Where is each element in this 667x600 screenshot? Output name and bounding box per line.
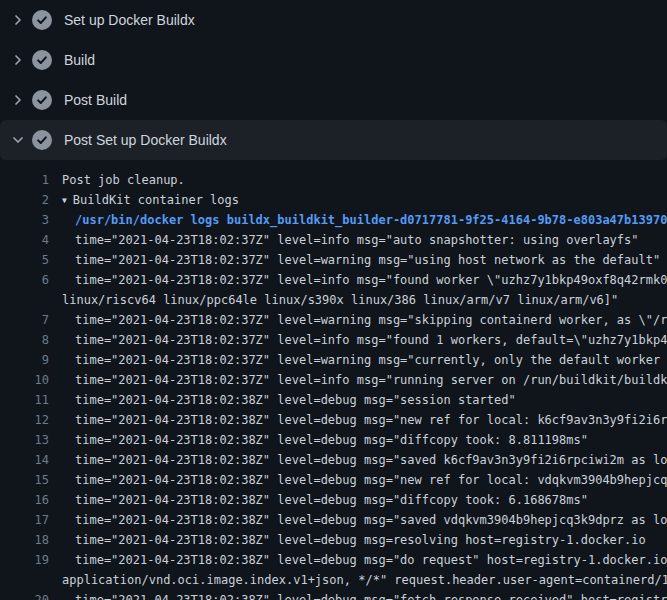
step-label: Post Set up Docker Buildx [64, 132, 227, 148]
log-line: 15 time="2021-04-23T18:02:38Z" level=deb… [0, 470, 667, 490]
log-text: time="2021-04-23T18:02:38Z" level=debug … [49, 470, 667, 490]
log-text: time="2021-04-23T18:02:38Z" level=debug … [49, 590, 667, 600]
log-line: 2 ▼BuildKit container logs [0, 190, 667, 210]
log-text: application/vnd.oci.image.index.v1+json,… [49, 570, 667, 590]
log-text: Post job cleanup. [49, 170, 185, 190]
check-circle-icon [32, 130, 52, 150]
chevron-right-icon[interactable] [10, 12, 26, 28]
line-number[interactable]: 20 [0, 590, 49, 600]
check-circle-icon [32, 10, 52, 30]
log-line: 12 time="2021-04-23T18:02:38Z" level=deb… [0, 410, 667, 430]
line-number[interactable]: 19 [0, 550, 49, 570]
line-number[interactable]: 14 [0, 450, 49, 470]
line-number[interactable]: 3 [0, 210, 49, 230]
step-label: Build [64, 52, 95, 68]
log-text: time="2021-04-23T18:02:38Z" level=debug … [49, 490, 588, 510]
line-number[interactable]: 15 [0, 470, 49, 490]
log-text: time="2021-04-23T18:02:37Z" level=warnin… [49, 250, 660, 270]
log-viewer: 1 Post job cleanup. 2 ▼BuildKit containe… [0, 160, 667, 600]
log-text: time="2021-04-23T18:02:37Z" level=warnin… [49, 310, 667, 330]
line-number[interactable]: 5 [0, 250, 49, 270]
log-line: 20 time="2021-04-23T18:02:38Z" level=deb… [0, 590, 667, 600]
line-number[interactable]: 10 [0, 370, 49, 390]
line-number[interactable]: 4 [0, 230, 49, 250]
chevron-down-icon[interactable] [10, 132, 26, 148]
log-line: 8 time="2021-04-23T18:02:37Z" level=info… [0, 330, 667, 350]
line-number[interactable]: 12 [0, 410, 49, 430]
log-text: time="2021-04-23T18:02:37Z" level=info m… [49, 370, 667, 390]
line-number[interactable] [0, 570, 49, 590]
line-number[interactable]: 9 [0, 350, 49, 370]
log-line: 11 time="2021-04-23T18:02:38Z" level=deb… [0, 390, 667, 410]
line-number[interactable]: 11 [0, 390, 49, 410]
line-number[interactable]: 2 [0, 190, 49, 210]
log-line: 14 time="2021-04-23T18:02:38Z" level=deb… [0, 450, 667, 470]
log-text: time="2021-04-23T18:02:37Z" level=warnin… [49, 350, 667, 370]
log-text: linux/riscv64 linux/ppc64le linux/s390x … [49, 290, 618, 310]
log-text: time="2021-04-23T18:02:38Z" level=debug … [49, 450, 667, 470]
log-text: time="2021-04-23T18:02:37Z" level=info m… [49, 330, 667, 350]
step-label: Post Build [64, 92, 127, 108]
step-row[interactable]: Post Build [0, 80, 667, 120]
check-circle-icon [32, 90, 52, 110]
group-title[interactable]: BuildKit container logs [73, 193, 239, 207]
line-number[interactable]: 16 [0, 490, 49, 510]
log-text: time="2021-04-23T18:02:38Z" level=debug … [49, 550, 667, 570]
log-line: 9 time="2021-04-23T18:02:37Z" level=warn… [0, 350, 667, 370]
line-number[interactable] [0, 290, 49, 310]
step-row[interactable]: Build [0, 40, 667, 80]
log-line: 6 time="2021-04-23T18:02:37Z" level=info… [0, 270, 667, 290]
log-line: 13 time="2021-04-23T18:02:38Z" level=deb… [0, 430, 667, 450]
step-row[interactable]: Post Set up Docker Buildx [0, 120, 667, 160]
log-line: 18 time="2021-04-23T18:02:38Z" level=deb… [0, 530, 667, 550]
group-expander-icon[interactable]: ▼ [62, 191, 67, 210]
chevron-right-icon[interactable] [10, 52, 26, 68]
log-text: /usr/bin/docker logs buildx_buildkit_bui… [49, 210, 667, 230]
log-text: ▼BuildKit container logs [49, 190, 239, 210]
steps-list: Set up Docker Buildx Build Post Build Po… [0, 0, 667, 160]
line-number[interactable]: 8 [0, 330, 49, 350]
line-number[interactable]: 17 [0, 510, 49, 530]
log-line: 16 time="2021-04-23T18:02:38Z" level=deb… [0, 490, 667, 510]
step-label: Set up Docker Buildx [64, 12, 195, 28]
chevron-right-icon[interactable] [10, 92, 26, 108]
line-number[interactable]: 1 [0, 170, 49, 190]
line-number[interactable]: 18 [0, 530, 49, 550]
log-line: 10 time="2021-04-23T18:02:37Z" level=inf… [0, 370, 667, 390]
line-number[interactable]: 6 [0, 270, 49, 290]
log-line: linux/riscv64 linux/ppc64le linux/s390x … [0, 290, 667, 310]
line-number[interactable]: 7 [0, 310, 49, 330]
log-text: time="2021-04-23T18:02:38Z" level=debug … [49, 510, 667, 530]
step-row[interactable]: Set up Docker Buildx [0, 0, 667, 40]
log-line: application/vnd.oci.image.index.v1+json,… [0, 570, 667, 590]
log-line: 17 time="2021-04-23T18:02:38Z" level=deb… [0, 510, 667, 530]
log-line: 5 time="2021-04-23T18:02:37Z" level=warn… [0, 250, 667, 270]
log-line: 1 Post job cleanup. [0, 170, 667, 190]
log-text: time="2021-04-23T18:02:38Z" level=debug … [49, 530, 646, 550]
log-text: time="2021-04-23T18:02:37Z" level=info m… [49, 230, 639, 250]
log-line: 4 time="2021-04-23T18:02:37Z" level=info… [0, 230, 667, 250]
log-line: 7 time="2021-04-23T18:02:37Z" level=warn… [0, 310, 667, 330]
log-text: time="2021-04-23T18:02:37Z" level=info m… [49, 270, 667, 290]
line-number[interactable]: 13 [0, 430, 49, 450]
log-text: time="2021-04-23T18:02:38Z" level=debug … [49, 410, 667, 430]
log-text: time="2021-04-23T18:02:38Z" level=debug … [49, 390, 516, 410]
log-text: time="2021-04-23T18:02:38Z" level=debug … [49, 430, 588, 450]
log-line: 3 /usr/bin/docker logs buildx_buildkit_b… [0, 210, 667, 230]
check-circle-icon [32, 50, 52, 70]
log-line: 19 time="2021-04-23T18:02:38Z" level=deb… [0, 550, 667, 570]
